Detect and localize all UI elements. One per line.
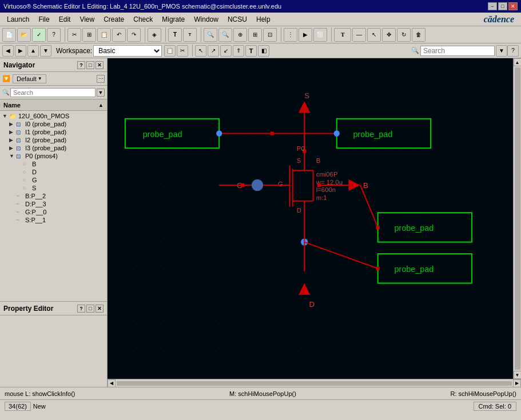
menu-edit[interactable]: Edit xyxy=(54,14,75,25)
tree-item-bp[interactable]: ~ B:P__2 xyxy=(0,192,107,200)
select-btn2[interactable]: ↖ xyxy=(195,45,206,57)
zoom-fit-button[interactable]: ⊕ xyxy=(233,28,247,42)
search-dropdown-button[interactable]: ▼ xyxy=(97,89,105,97)
text2-button[interactable]: T xyxy=(183,28,197,42)
title-text: Virtuoso® Schematic Editor L Editing: La… xyxy=(3,3,281,10)
tree-item-dp[interactable]: ~ D:P__3 xyxy=(0,200,107,208)
fwd-button[interactable]: ▶ xyxy=(15,45,26,57)
menu-launch[interactable]: Launch xyxy=(2,14,34,25)
expand-icon xyxy=(16,185,23,191)
tree-item-i1[interactable]: ▶ ⊡ I1 (probe_pad) xyxy=(0,128,107,136)
tree-item-i3[interactable]: ▶ ⊡ I3 (probe_pad) xyxy=(0,144,107,152)
minimize-button[interactable]: − xyxy=(488,2,497,10)
grid-button[interactable]: ⋮ xyxy=(284,28,297,42)
workspace-del-button[interactable]: ✂ xyxy=(177,45,188,57)
scroll-down-button[interactable]: ▼ xyxy=(514,371,522,379)
nav-close-button[interactable]: ✕ xyxy=(96,61,104,69)
zoom-in-button[interactable]: 🔍 xyxy=(204,28,217,42)
back-button[interactable]: ◀ xyxy=(2,45,14,57)
tree-item-D[interactable]: ○ D xyxy=(0,168,107,176)
new-button[interactable]: 📄 xyxy=(2,28,16,42)
schematic-canvas[interactable]: probe_pad probe_pad probe_pad probe_pad … xyxy=(108,58,513,379)
prop-help-button[interactable]: ? xyxy=(77,305,85,313)
vertical-scrollbar[interactable]: ▲ ▼ xyxy=(513,58,521,379)
menu-window[interactable]: Window xyxy=(189,14,223,25)
paste-button[interactable]: 📋 xyxy=(97,28,111,42)
open-button[interactable]: 📂 xyxy=(17,28,31,42)
rotate-button[interactable]: ↻ xyxy=(397,28,411,42)
horizontal-scrollbar[interactable]: ◀ ▶ xyxy=(108,379,521,387)
cut-button[interactable]: ✂ xyxy=(67,28,81,42)
maximize-button[interactable]: □ xyxy=(498,2,507,10)
tree-item-gp[interactable]: ~ G:P__0 xyxy=(0,208,107,216)
search-input[interactable] xyxy=(420,46,495,56)
wire-btn2[interactable]: ↙ xyxy=(220,45,232,57)
undo-button[interactable]: ↶ xyxy=(112,28,126,42)
hscroll-thumb[interactable] xyxy=(117,381,512,386)
search-options-button[interactable]: ▼ xyxy=(496,45,507,57)
zoom-out-button[interactable]: 🔍 xyxy=(218,28,232,42)
menu-migrate[interactable]: Migrate xyxy=(157,14,189,25)
menu-create[interactable]: Create xyxy=(99,14,129,25)
tree-item-sp[interactable]: ~ S:P__1 xyxy=(0,216,107,224)
up-button[interactable]: ▲ xyxy=(27,45,39,57)
tree-item-i0[interactable]: ▶ ⊡ I0 (probe_pad) xyxy=(0,120,107,128)
zoom-prev-button[interactable]: ⊡ xyxy=(263,28,277,42)
menu-help[interactable]: Help xyxy=(252,14,275,25)
nav-help-button[interactable]: ? xyxy=(77,61,85,69)
tree-item-B[interactable]: ○ B xyxy=(0,160,107,168)
snap-button[interactable]: ⬜ xyxy=(313,28,327,42)
filter-default-button[interactable]: Default ▼ xyxy=(13,74,46,83)
workspace-select[interactable]: Basic xyxy=(93,45,162,57)
d-probe-node xyxy=(376,267,380,270)
check-button[interactable]: ? xyxy=(47,28,61,42)
instance-icon: ⊡ xyxy=(16,153,24,159)
scroll-thumb[interactable] xyxy=(515,67,520,370)
select-button[interactable]: ↖ xyxy=(367,28,381,42)
save-button[interactable]: ✓ xyxy=(32,28,46,42)
scroll-up-button[interactable]: ▲ xyxy=(514,58,522,66)
move-button[interactable]: ✥ xyxy=(382,28,396,42)
menu-check[interactable]: Check xyxy=(129,14,157,25)
instance-icon: ⊡ xyxy=(16,137,24,143)
close-button[interactable]: ✕ xyxy=(508,2,518,10)
net-icon: ~ xyxy=(16,193,24,199)
menu-view[interactable]: View xyxy=(75,14,99,25)
prop-close-button[interactable]: ✕ xyxy=(96,305,104,313)
tree-item-i2[interactable]: ▶ ⊡ I2 (probe_pad) xyxy=(0,136,107,144)
tree-item-G[interactable]: ○ G xyxy=(0,176,107,184)
menu-ncsu[interactable]: NCSU xyxy=(223,14,252,25)
toolbar2: ◀ ▶ ▲ ▼ Workspace: Basic 📋 ✂ ↖ ↗ ↙ ⇑ T ◧… xyxy=(0,43,521,58)
search-help-button[interactable]: ? xyxy=(507,45,519,57)
scroll-right-button[interactable]: ▶ xyxy=(513,379,521,387)
nav-float-button[interactable]: □ xyxy=(86,61,94,69)
ruler-btn2[interactable]: ◧ xyxy=(258,45,269,57)
expand-icon xyxy=(16,161,23,167)
ruler-button[interactable]: ▶ xyxy=(299,28,312,42)
select2-btn2[interactable]: ↗ xyxy=(208,45,219,57)
navigator-search-input[interactable] xyxy=(10,88,96,97)
bus-btn2[interactable]: ⇑ xyxy=(233,45,244,57)
scroll-left-button[interactable]: ◀ xyxy=(108,379,116,387)
zoom-area-button[interactable]: ⊞ xyxy=(248,28,262,42)
gp-label: G:P__0 xyxy=(25,209,46,215)
layer-button[interactable]: 𝐓 xyxy=(334,28,351,42)
menu-file[interactable]: File xyxy=(34,14,54,25)
scroll-up-icon[interactable]: ▲ xyxy=(98,102,104,108)
tree-item-cell[interactable]: ▼ 📁 12U_600n_PMOS xyxy=(0,112,107,120)
tree-item-S[interactable]: ○ S xyxy=(0,184,107,192)
wire-button[interactable]: — xyxy=(352,28,366,42)
port-icon: ○ xyxy=(23,161,31,167)
del-button[interactable]: 🗑 xyxy=(412,28,425,42)
tree-item-p0[interactable]: ▼ ⊡ P0 (pmos4) xyxy=(0,152,107,160)
nav-menu-button[interactable]: ▼ xyxy=(40,45,51,57)
filter-options-button[interactable]: ⋯ xyxy=(97,75,105,83)
text-btn2[interactable]: T xyxy=(245,45,257,57)
text-button[interactable]: T xyxy=(168,28,182,42)
copy-button[interactable]: ⊞ xyxy=(82,28,96,42)
redo-button[interactable]: ↷ xyxy=(127,28,141,42)
prop-float-button[interactable]: □ xyxy=(86,305,94,313)
filter-icon: 🔽 xyxy=(2,75,10,82)
property-button[interactable]: ◈ xyxy=(148,28,161,42)
workspace-add-button[interactable]: 📋 xyxy=(164,45,176,57)
